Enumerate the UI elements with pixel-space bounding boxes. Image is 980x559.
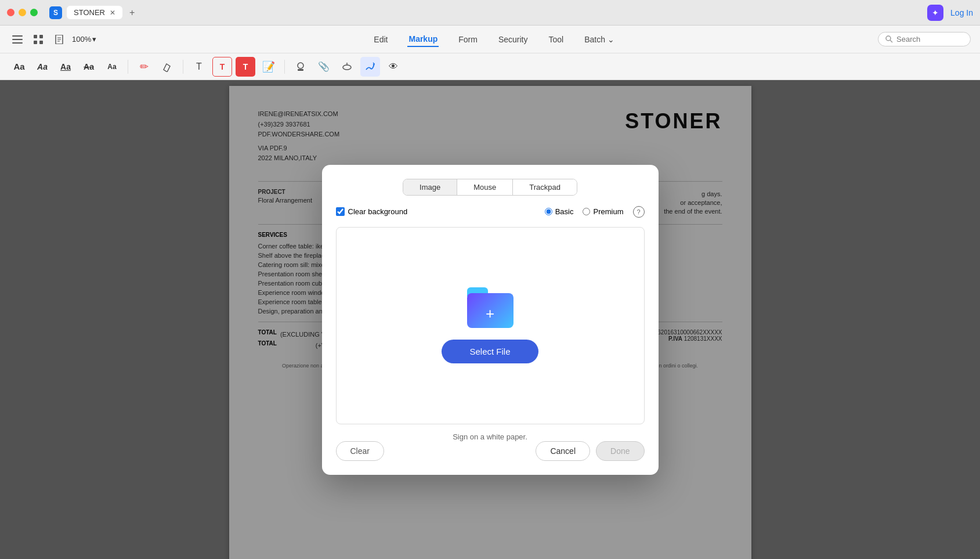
svg-rect-1 (12, 39, 23, 40)
svg-rect-14 (298, 69, 303, 71)
premium-radio[interactable] (583, 208, 590, 215)
page-view-button[interactable] (51, 31, 67, 48)
hint-text: Sign on a white paper. (336, 432, 645, 441)
titlebar-right: ✦ Log In (927, 5, 973, 21)
tool-note[interactable]: 📝 (259, 57, 279, 77)
done-button[interactable]: Done (596, 441, 644, 461)
clear-background-checkbox[interactable] (336, 207, 345, 216)
tool-sign[interactable] (360, 57, 380, 77)
nav-markup[interactable]: Markup (407, 32, 439, 47)
sparkle-icon[interactable]: ✦ (927, 5, 943, 21)
close-button[interactable] (7, 9, 15, 16)
svg-point-11 (886, 36, 891, 41)
tool-font-italic[interactable]: Aa (32, 57, 52, 77)
basic-option[interactable]: Basic (545, 207, 574, 216)
app-tab[interactable]: STONER ✕ (67, 6, 122, 19)
tool-font-strikethrough[interactable]: Aa (79, 57, 99, 77)
app-icon: S (49, 6, 62, 19)
nav-menu: Edit Markup Form Security Tool Batch ⌄ (110, 32, 878, 47)
tab-mouse[interactable]: Mouse (457, 179, 513, 195)
tab-image[interactable]: Image (403, 179, 457, 195)
help-icon[interactable]: ? (633, 206, 645, 218)
folder-body: + (467, 293, 513, 328)
svg-rect-0 (12, 35, 23, 37)
nav-edit[interactable]: Edit (373, 33, 389, 46)
login-button[interactable]: Log In (950, 8, 973, 17)
tool-separator-1 (128, 60, 128, 74)
tool-font-normal[interactable]: Aa (9, 57, 29, 77)
nav-form[interactable]: Form (457, 33, 479, 46)
signature-dialog: Image Mouse Trackpad Clear background Ba… (322, 165, 659, 475)
nav-batch[interactable]: Batch ⌄ (583, 33, 616, 46)
maximize-button[interactable] (30, 9, 38, 16)
premium-option[interactable]: Premium (583, 207, 623, 216)
select-file-button[interactable]: Select File (442, 340, 538, 363)
dialog-action-buttons: Cancel Done (536, 441, 644, 461)
tool-eraser[interactable] (157, 57, 177, 77)
svg-point-15 (343, 65, 351, 70)
tool-separator-2 (183, 60, 183, 74)
svg-rect-2 (12, 42, 23, 44)
search-box[interactable] (878, 32, 971, 46)
minimize-button[interactable] (19, 9, 26, 16)
folder-icon: + (467, 287, 513, 328)
tab-close-icon[interactable]: ✕ (110, 9, 115, 17)
tool-highlight[interactable]: ✏ (134, 57, 154, 77)
tool-text[interactable]: T (189, 57, 209, 77)
dialog-footer: Clear Cancel Done (336, 441, 645, 461)
tool-text-color[interactable]: T (236, 57, 255, 77)
quality-radio-group: Basic Premium ? (545, 206, 645, 218)
clear-background-option[interactable]: Clear background (336, 207, 408, 216)
svg-line-12 (890, 40, 892, 42)
sidebar-toggle-button[interactable] (9, 31, 26, 48)
clear-button[interactable]: Clear (336, 441, 384, 461)
svg-rect-3 (34, 35, 37, 38)
tool-stamp2[interactable] (337, 57, 357, 77)
titlebar: S STONER ✕ + ✦ Log In (0, 0, 980, 26)
dialog-options: Clear background Basic Premium ? (336, 206, 645, 218)
nav-tool[interactable]: Tool (548, 33, 565, 46)
zoom-selector[interactable]: 100% ▾ (72, 35, 96, 44)
tool-eye[interactable]: 👁 (384, 57, 403, 77)
tool-attach[interactable]: 📎 (314, 57, 334, 77)
file-drop-area[interactable]: + Select File (336, 227, 645, 424)
grid-view-button[interactable] (30, 31, 46, 48)
cancel-button[interactable]: Cancel (536, 441, 590, 461)
tool-font-underline[interactable]: Aa (56, 57, 75, 77)
dialog-tabs: Image Mouse Trackpad (403, 179, 577, 196)
premium-label: Premium (593, 207, 623, 216)
tool-stamp[interactable] (291, 57, 310, 77)
traffic-lights (7, 9, 38, 16)
svg-point-13 (298, 63, 303, 68)
tool-text-box[interactable]: T (212, 57, 232, 77)
svg-rect-5 (34, 41, 37, 44)
tool-font-small[interactable]: Aa (102, 57, 122, 77)
toolbar: 100% ▾ Edit Markup Form Security Tool Ba… (0, 26, 980, 53)
tab-trackpad[interactable]: Trackpad (513, 179, 577, 195)
add-tab-button[interactable]: + (129, 8, 135, 18)
svg-rect-4 (39, 35, 43, 38)
tab-label: STONER (74, 8, 105, 17)
svg-rect-6 (39, 41, 43, 44)
folder-plus-icon: + (486, 306, 494, 321)
nav-security[interactable]: Security (497, 33, 529, 46)
tool-separator-3 (284, 60, 285, 74)
clear-background-label: Clear background (348, 207, 408, 216)
basic-radio[interactable] (545, 208, 552, 215)
search-input[interactable] (896, 35, 960, 44)
toolbar-left: 100% ▾ (9, 31, 96, 48)
basic-label: Basic (555, 207, 574, 216)
main-area: IRENE@IRENEATSIX.COM (+39)329 3937681 PD… (0, 80, 980, 559)
tools-bar: Aa Aa Aa Aa Aa ✏ T T T 📝 📎 👁 (0, 53, 980, 80)
